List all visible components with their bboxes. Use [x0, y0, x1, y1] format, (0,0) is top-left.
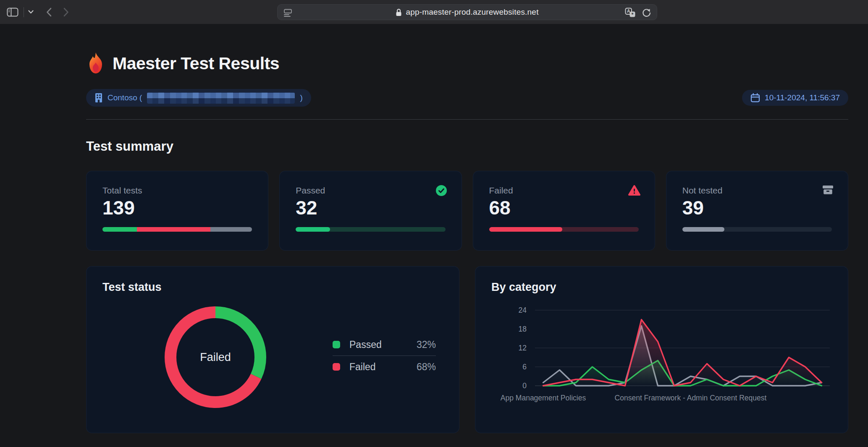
legend-row-failed: Failed 68%	[333, 359, 436, 374]
donut-legend: Passed 32% Failed 68%	[333, 337, 436, 374]
browser-toolbar: app-maester-prod.azurewebsites.net A *	[0, 0, 868, 24]
check-circle-icon	[435, 185, 447, 198]
passed-card: Passed 32	[279, 171, 462, 251]
url-text: app-maester-prod.azurewebsites.net	[406, 8, 538, 17]
svg-text:0: 0	[522, 382, 527, 390]
by-category-line-chart: 06121824App Management PoliciesConsent F…	[475, 297, 849, 408]
passed-progress	[296, 227, 445, 232]
header-divider	[86, 119, 848, 120]
card-value: 139	[102, 197, 252, 219]
card-value: 32	[296, 197, 445, 219]
reload-button[interactable]	[641, 8, 651, 19]
flame-icon	[86, 52, 105, 75]
chart-cards: Test status Failed Passed 32% Failed 68%	[86, 266, 848, 433]
report-meta-row: Contoso ( ) 10-11-2024, 11:56:37	[86, 89, 848, 107]
back-button[interactable]	[46, 8, 52, 17]
svg-text:24: 24	[519, 306, 527, 314]
legend-label: Failed	[349, 361, 417, 373]
test-status-donut-chart: Failed	[161, 303, 270, 412]
translate-icon: A *	[625, 8, 636, 18]
sidebar-toggle-icon	[7, 7, 18, 17]
test-status-title: Test status	[102, 281, 443, 294]
legend-value: 68%	[417, 361, 436, 373]
sidebar-menu-button[interactable]	[28, 10, 34, 14]
card-label: Failed	[489, 186, 639, 196]
forward-icon	[63, 8, 69, 17]
legend-row-passed: Passed 32%	[333, 337, 436, 352]
card-label: Total tests	[102, 186, 252, 196]
legend-label: Passed	[349, 339, 417, 350]
tenant-name: Contoso (	[108, 93, 142, 102]
address-bar[interactable]: app-maester-prod.azurewebsites.net A *	[277, 4, 657, 20]
by-category-title: By category	[491, 281, 832, 294]
svg-text:6: 6	[522, 363, 527, 371]
maester-report-page: Maester Test Results Contoso ( )	[0, 24, 868, 447]
tenant-suffix: )	[300, 93, 302, 102]
forward-button[interactable]	[63, 8, 69, 17]
legend-value: 32%	[417, 339, 436, 350]
building-icon	[94, 93, 103, 103]
browser-nav-controls	[7, 0, 69, 24]
tenant-id-redacted	[147, 92, 295, 104]
test-summary-heading: Test summary	[86, 139, 848, 154]
tenant-badge: Contoso ( )	[86, 89, 311, 107]
report-timestamp: 10-11-2024, 11:56:37	[765, 93, 840, 102]
total-tests-progress	[102, 227, 252, 232]
svg-text:*: *	[631, 12, 634, 17]
summary-cards: Total tests 139 Passed 32 Failed 68	[86, 171, 848, 251]
reload-icon	[641, 8, 651, 18]
failed-progress	[489, 227, 639, 232]
card-label: Passed	[296, 186, 445, 196]
not-tested-progress	[682, 227, 832, 232]
total-tests-card: Total tests 139	[86, 171, 268, 251]
toolbar-divider	[24, 7, 24, 17]
back-icon	[46, 8, 52, 17]
sidebar-toggle-button[interactable]	[7, 7, 18, 17]
svg-text:18: 18	[519, 325, 527, 333]
test-status-card: Test status Failed Passed 32% Failed 68%	[86, 266, 459, 433]
reader-icon[interactable]	[283, 8, 292, 19]
card-value: 39	[682, 197, 832, 219]
calendar-icon	[750, 93, 760, 102]
warning-triangle-icon	[628, 185, 640, 197]
legend-divider	[333, 356, 436, 356]
failed-card: Failed 68	[473, 171, 655, 251]
chevron-down-icon	[28, 10, 34, 14]
svg-text:Consent Framework - Admin Cons: Consent Framework - Admin Consent Reques…	[615, 394, 767, 402]
svg-text:App Management Policies: App Management Policies	[501, 394, 586, 402]
lock-icon	[396, 8, 402, 16]
svg-text:Failed: Failed	[200, 351, 231, 363]
svg-text:12: 12	[519, 344, 527, 352]
failed-swatch	[333, 363, 340, 371]
archive-box-icon	[822, 185, 834, 197]
report-header: Maester Test Results	[86, 52, 848, 75]
translate-button[interactable]: A *	[625, 8, 636, 19]
by-category-card: By category 06121824App Management Polic…	[475, 266, 848, 433]
card-label: Not tested	[682, 186, 832, 196]
card-value: 68	[489, 197, 639, 219]
passed-swatch	[333, 341, 340, 348]
page-title: Maester Test Results	[113, 54, 279, 73]
timestamp-badge: 10-11-2024, 11:56:37	[742, 90, 848, 106]
not-tested-card: Not tested 39	[666, 171, 848, 251]
